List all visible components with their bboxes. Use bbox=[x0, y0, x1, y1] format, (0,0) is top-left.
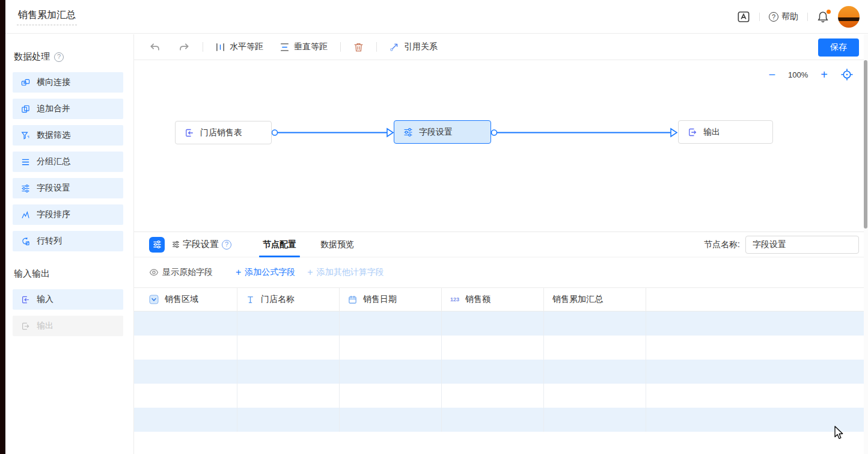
node-field-settings[interactable]: 字段设置 bbox=[394, 120, 491, 144]
toolbar-divider bbox=[340, 42, 341, 52]
redo-button[interactable] bbox=[179, 41, 190, 53]
toolbar-divider bbox=[376, 42, 377, 52]
column-header-label: 门店名称 bbox=[261, 294, 295, 305]
horizontal-spacing-button[interactable]: 水平等距 bbox=[216, 41, 263, 52]
zoom-in-button[interactable]: + bbox=[821, 69, 828, 81]
sidebar-item-label: 分组汇总 bbox=[37, 156, 70, 167]
column-header-sales-date[interactable]: 销售日期 bbox=[340, 288, 442, 311]
sidebar-item-label: 输入 bbox=[37, 294, 53, 305]
redo-icon bbox=[179, 41, 190, 53]
add-other-calc-field-button: + 添加其他计算字段 bbox=[307, 267, 384, 278]
output-icon bbox=[21, 322, 30, 331]
row-to-column-icon bbox=[21, 237, 30, 246]
sidebar-item-row-to-column[interactable]: 行转列 bbox=[13, 231, 123, 251]
show-original-fields-button[interactable]: 显示原始字段 bbox=[149, 267, 213, 278]
table-cell bbox=[237, 384, 340, 408]
table-cell bbox=[544, 408, 646, 432]
table-cell bbox=[544, 311, 646, 336]
column-header-sales-amount[interactable]: 123 销售额 bbox=[442, 288, 544, 311]
sidebar-item-label: 字段排序 bbox=[37, 209, 70, 220]
field-settings-icon bbox=[21, 184, 30, 193]
sidebar-item-label: 字段设置 bbox=[37, 183, 70, 194]
sidebar-item-field-sort[interactable]: 字段排序 bbox=[13, 204, 123, 225]
sidebar-item-append-merge[interactable]: 追加合并 bbox=[13, 99, 123, 119]
field-settings-icon bbox=[403, 127, 413, 137]
sidebar-section-data-processing: 数据处理 ? bbox=[14, 51, 133, 63]
output-port bbox=[272, 130, 278, 135]
table-cell bbox=[340, 336, 442, 360]
sidebar-section-input-output: 输入输出 bbox=[14, 268, 133, 280]
table-row bbox=[134, 408, 864, 432]
node-input-table[interactable]: 门店销售表 bbox=[175, 121, 272, 144]
column-header-label: 销售累加汇总 bbox=[552, 294, 603, 305]
append-merge-icon bbox=[21, 105, 30, 114]
table-row bbox=[134, 384, 864, 408]
sidebar-item-data-filter[interactable]: 数据筛选 bbox=[13, 125, 123, 146]
vertical-scrollbar[interactable] bbox=[864, 34, 868, 454]
scrollbar-thumb[interactable] bbox=[864, 60, 867, 229]
node-name-group: 节点名称: bbox=[704, 236, 859, 254]
field-settings-icon bbox=[153, 240, 162, 249]
column-header-label: 销售额 bbox=[465, 294, 491, 305]
page-title[interactable]: 销售累加汇总 bbox=[17, 8, 77, 25]
undo-button[interactable] bbox=[149, 41, 160, 53]
table-row bbox=[134, 360, 864, 384]
table-cell bbox=[646, 311, 864, 336]
panel-header: 字段设置 ? 节点配置 数据预览 节点名称: bbox=[134, 232, 864, 257]
table-cell bbox=[134, 311, 237, 336]
panel-help-icon[interactable]: ? bbox=[222, 240, 231, 250]
table-cell bbox=[544, 360, 646, 384]
vertical-spacing-button[interactable]: 垂直等距 bbox=[280, 41, 328, 52]
zoom-out-button[interactable]: − bbox=[768, 69, 775, 81]
node-output[interactable]: 输出 bbox=[678, 120, 773, 144]
vertical-spacing-label: 垂直等距 bbox=[294, 41, 328, 52]
column-header-sales-cumulative[interactable]: 销售累加汇总 bbox=[544, 288, 646, 311]
add-formula-field-button[interactable]: + 添加公式字段 bbox=[236, 267, 295, 278]
column-header-store-name[interactable]: 门店名称 bbox=[237, 288, 340, 311]
group-summary-icon bbox=[21, 158, 30, 167]
save-button[interactable]: 保存 bbox=[818, 38, 859, 57]
node-name-input[interactable] bbox=[745, 236, 859, 254]
table-cell bbox=[237, 311, 340, 336]
reference-relation-button[interactable]: 引用关系 bbox=[390, 41, 438, 52]
table-row bbox=[134, 311, 864, 336]
docs-icon[interactable] bbox=[737, 10, 750, 23]
notifications-button[interactable] bbox=[817, 11, 829, 23]
output-port bbox=[492, 130, 497, 135]
canvas-toolbar: 水平等距 垂直等距 bbox=[134, 34, 868, 60]
panel-tabs: 节点配置 数据预览 bbox=[260, 232, 376, 257]
trash-icon bbox=[353, 42, 364, 52]
add-other-calc-field-label: 添加其他计算字段 bbox=[317, 267, 384, 278]
locate-button[interactable] bbox=[840, 68, 854, 81]
number-field-icon: 123 bbox=[450, 296, 459, 302]
left-edge-strip bbox=[0, 0, 5, 454]
sidebar-item-group-summary[interactable]: 分组汇总 bbox=[13, 152, 123, 172]
horizontal-spacing-icon bbox=[216, 43, 225, 52]
delete-button[interactable] bbox=[353, 42, 364, 52]
flow-edges bbox=[134, 60, 868, 232]
topbar-divider bbox=[807, 13, 808, 21]
flow-canvas[interactable]: − 100% + bbox=[134, 60, 868, 232]
edge-arrow bbox=[387, 129, 393, 137]
main-area: 水平等距 垂直等距 bbox=[134, 34, 868, 454]
sidebar-item-horizontal-join[interactable]: 横向连接 bbox=[13, 72, 123, 93]
sidebar-item-field-settings[interactable]: 字段设置 bbox=[13, 178, 123, 198]
column-header-sales-region[interactable]: 销售区域 bbox=[134, 288, 237, 311]
table-cell bbox=[237, 336, 340, 360]
table-cell bbox=[646, 384, 864, 408]
tab-data-preview[interactable]: 数据预览 bbox=[318, 232, 356, 257]
help-button[interactable]: ? 帮助 bbox=[769, 11, 798, 22]
input-icon bbox=[185, 128, 194, 138]
tab-node-config[interactable]: 节点配置 bbox=[260, 232, 299, 257]
sidebar-item-input[interactable]: 输入 bbox=[13, 289, 123, 310]
section-help-icon[interactable]: ? bbox=[54, 52, 64, 62]
panel-tool-row: 显示原始字段 + 添加公式字段 + 添加其他计算字段 bbox=[134, 257, 864, 287]
table-cell bbox=[646, 408, 864, 432]
sidebar-item-label: 追加合并 bbox=[37, 103, 70, 114]
edge-arrow bbox=[671, 129, 677, 137]
table-cell bbox=[544, 336, 646, 360]
plus-icon: + bbox=[236, 268, 241, 277]
table-header-row: 销售区域 门店名称 销售日期 bbox=[134, 287, 864, 311]
avatar[interactable] bbox=[838, 6, 860, 28]
table-cell bbox=[237, 360, 340, 384]
